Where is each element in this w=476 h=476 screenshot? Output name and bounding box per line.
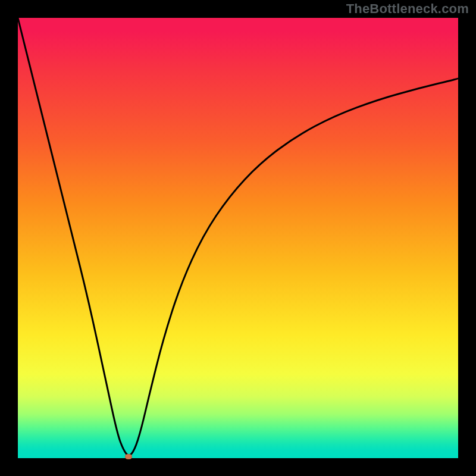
bottleneck-curve (18, 18, 458, 455)
chart-frame: TheBottleneck.com (0, 0, 476, 476)
minimum-marker (125, 454, 132, 459)
plot-area (18, 18, 458, 458)
curve-svg (18, 18, 458, 458)
attribution-text: TheBottleneck.com (346, 1, 469, 17)
